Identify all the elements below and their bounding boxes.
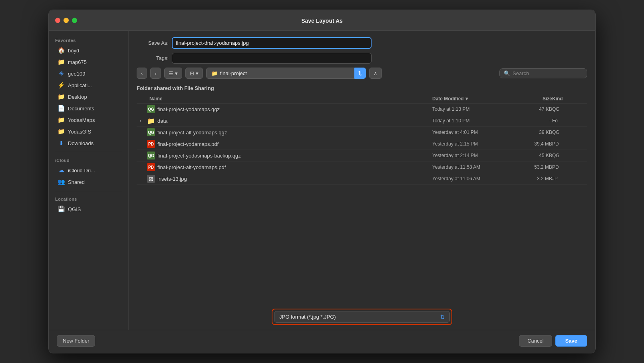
- download-icon: ⬇: [58, 140, 65, 147]
- column-size: Size: [512, 96, 552, 102]
- format-selector[interactable]: JPG format (*.jpg *.JPG) ⇅: [274, 311, 450, 323]
- file-list: QG final-project-yodamaps.qgz Today at 1…: [137, 104, 587, 185]
- file-name: insets-13.jpg: [157, 176, 432, 182]
- minimize-button[interactable]: [64, 18, 69, 23]
- column-date: Date Modified ▾: [432, 96, 512, 102]
- file-name-cell: QG final-project-yodamaps.qgz: [140, 105, 432, 113]
- pdf-file-icon: PD: [147, 163, 155, 171]
- apps-icon: ⚡: [58, 82, 65, 89]
- qgis-file-icon: QG: [147, 152, 155, 160]
- file-kind: PD: [552, 141, 584, 147]
- format-selector-row: JPG format (*.jpg *.JPG) ⇅: [137, 304, 587, 330]
- forward-icon: ›: [155, 70, 156, 76]
- column-kind: Kind: [552, 96, 584, 102]
- file-date: Yesterday at 11:58 AM: [432, 164, 512, 170]
- back-button[interactable]: ‹: [137, 68, 147, 79]
- table-row[interactable]: 🖼 insets-13.jpg Yesterday at 11:06 AM 3.…: [137, 173, 587, 185]
- file-kind: QG: [552, 153, 584, 158]
- sidebar-item-yodasmaps[interactable]: 📁 YodasMaps: [51, 114, 126, 126]
- grid-view-button[interactable]: ⊞ ▾: [185, 68, 203, 79]
- sidebar-item-label: geo109: [68, 71, 85, 77]
- location-button[interactable]: 📁 final-project: [206, 68, 354, 79]
- folder-icon: 📁: [58, 58, 65, 66]
- file-list-header: Name Date Modified ▾ Size Kind: [137, 94, 587, 104]
- expand-button[interactable]: ∧: [369, 68, 382, 79]
- grid-icon: ⊞: [190, 70, 194, 76]
- sort-icon: ▾: [465, 96, 468, 102]
- sidebar-item-label: map675: [68, 59, 87, 65]
- drive-icon: 💾: [58, 205, 65, 213]
- save-button[interactable]: Save: [555, 335, 587, 347]
- back-icon: ‹: [141, 70, 143, 76]
- file-name-cell: QG final-project-yodasmaps-backup.qgz: [140, 152, 432, 160]
- shared-icon: 👥: [58, 178, 65, 185]
- table-row[interactable]: › 📁 data Today at 1:10 PM -- Fo: [137, 115, 587, 127]
- sidebar-item-documents[interactable]: 📄 Documents: [51, 103, 126, 114]
- sidebar-item-downloads[interactable]: ⬇ Downloads: [51, 138, 126, 149]
- location-chevron-button[interactable]: ⇅: [354, 68, 366, 79]
- list-view-button[interactable]: ☰ ▾: [164, 68, 182, 79]
- location-selector: 📁 final-project ⇅: [206, 68, 366, 79]
- forward-button[interactable]: ›: [150, 68, 161, 79]
- column-name: Name: [140, 96, 432, 102]
- list-chevron-icon: ▾: [175, 70, 178, 76]
- search-input[interactable]: [513, 70, 583, 76]
- file-name-cell: PD final-project-alt-yodamaps.pdf: [140, 163, 432, 171]
- save-as-input[interactable]: [172, 37, 372, 49]
- close-button[interactable]: [55, 18, 60, 23]
- file-size: 3.2 MB: [512, 176, 552, 182]
- sidebar-item-label: QGIS: [68, 206, 81, 212]
- sidebar-divider: [55, 152, 122, 152]
- format-label: JPG format (*.jpg *.JPG): [279, 314, 336, 320]
- tags-row: Tags:: [137, 53, 587, 64]
- sidebar-item-label: iCloud Dri...: [68, 168, 95, 174]
- file-date: Today at 1:10 PM: [432, 118, 512, 124]
- search-box[interactable]: 🔍: [499, 68, 587, 78]
- sidebar-item-icloud-drive[interactable]: ☁ iCloud Dri...: [51, 165, 126, 176]
- file-size: 53.2 MB: [512, 164, 552, 170]
- title-bar: Save Layout As: [49, 10, 595, 31]
- sidebar-item-geo109[interactable]: ✳ geo109: [51, 68, 126, 79]
- file-date: Today at 1:13 PM: [432, 106, 512, 112]
- expand-arrow: ›: [140, 119, 145, 123]
- sidebar-item-desktop[interactable]: 📁 Desktop: [51, 91, 126, 102]
- folder-file-icon: 📁: [147, 117, 155, 125]
- table-row[interactable]: QG final-project-alt-yodamaps.qgz Yester…: [137, 127, 587, 138]
- sidebar-divider-2: [55, 191, 122, 191]
- sidebar-item-boyd[interactable]: 🏠 boyd: [51, 45, 126, 56]
- list-icon: ☰: [169, 70, 173, 76]
- table-row[interactable]: PD final-project-alt-yodamaps.pdf Yester…: [137, 162, 587, 173]
- file-sharing-header: Folder shared with File Sharing: [137, 84, 587, 94]
- file-name: data: [157, 118, 432, 124]
- grid-chevron-icon: ▾: [196, 70, 199, 76]
- file-size: 39 KB: [512, 130, 552, 135]
- star-icon: ✳: [58, 70, 65, 77]
- table-row[interactable]: PD final-project-yodamaps.pdf Yesterday …: [137, 138, 587, 150]
- sidebar-item-qgis[interactable]: 💾 QGIS: [51, 203, 126, 215]
- sidebar-item-label: Downloads: [68, 140, 93, 146]
- file-date: Yesterday at 2:14 PM: [432, 153, 512, 158]
- tags-input[interactable]: [172, 53, 372, 64]
- save-as-row: Save As:: [137, 37, 587, 49]
- file-name: final-project-alt-yodamaps.pdf: [157, 164, 432, 170]
- cancel-button[interactable]: Cancel: [519, 335, 552, 347]
- icloud-icon: ☁: [58, 167, 65, 174]
- table-row[interactable]: QG final-project-yodamaps.qgz Today at 1…: [137, 104, 587, 115]
- table-row[interactable]: QG final-project-yodasmaps-backup.qgz Ye…: [137, 150, 587, 162]
- save-as-label: Save As:: [137, 40, 169, 46]
- sidebar-item-yodasgis[interactable]: 📁 YodasGIS: [51, 126, 126, 137]
- main-panel: Save As: Tags: ‹ › ☰ ▾: [129, 31, 595, 330]
- maximize-button[interactable]: [72, 18, 77, 23]
- file-name: final-project-yodasmaps-backup.qgz: [157, 153, 432, 159]
- file-list-container: QG final-project-yodamaps.qgz Today at 1…: [137, 104, 587, 304]
- file-name-cell: PD final-project-yodamaps.pdf: [140, 140, 432, 148]
- folder-icon: 📁: [58, 93, 65, 100]
- sidebar-item-applications[interactable]: ⚡ Applicati...: [51, 80, 126, 91]
- file-name-cell: › 📁 data: [140, 117, 432, 125]
- new-folder-button[interactable]: New Folder: [57, 335, 95, 347]
- sidebar-item-label: Documents: [68, 106, 94, 112]
- file-kind: JP: [552, 176, 584, 182]
- sidebar-item-shared[interactable]: 👥 Shared: [51, 176, 126, 187]
- file-name: final-project-yodamaps.pdf: [157, 141, 432, 147]
- sidebar-item-map675[interactable]: 📁 map675: [51, 56, 126, 68]
